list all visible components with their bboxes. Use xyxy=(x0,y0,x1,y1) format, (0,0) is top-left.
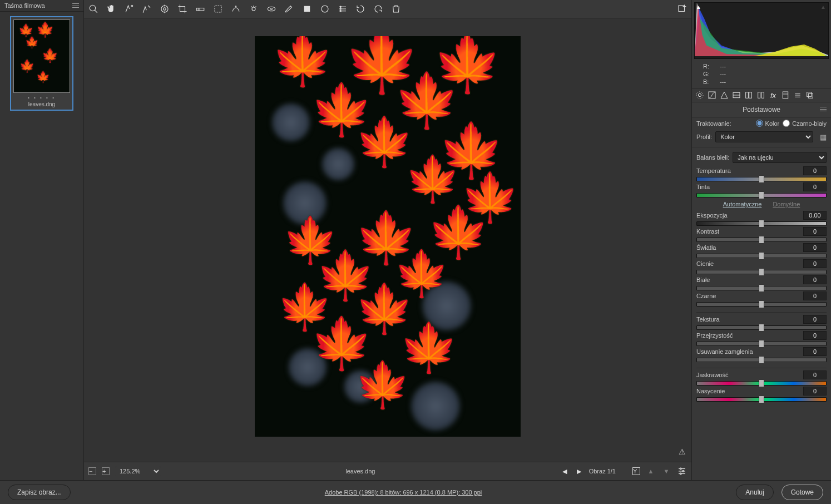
filmstrip-menu-icon[interactable] xyxy=(72,3,79,8)
kontrast-input[interactable] xyxy=(803,227,827,236)
open-preferences-icon[interactable] xyxy=(677,4,687,14)
rotate-cw-icon[interactable] xyxy=(373,4,383,14)
tab-presets-icon[interactable] xyxy=(793,91,802,100)
highlight-clip-icon[interactable]: ▲ xyxy=(820,4,827,11)
cancel-button[interactable]: Anuluj xyxy=(736,485,773,500)
cienie-input[interactable] xyxy=(803,259,827,268)
treatment-color-radio[interactable]: Kolor xyxy=(756,120,780,127)
image-metadata-link[interactable]: Adobe RGB (1998); 8 bitów; 696 x 1214 (0… xyxy=(325,489,482,496)
slider-nasycenie[interactable]: Nasycenie xyxy=(692,386,831,402)
save-image-button[interactable]: Zapisz obraz... xyxy=(8,485,71,500)
profile-label: Profil: xyxy=(696,134,712,140)
crop-tool-icon[interactable] xyxy=(177,4,187,14)
jaskrawosc-input[interactable] xyxy=(803,370,827,379)
svg-rect-48 xyxy=(808,93,813,98)
tab-detail-icon[interactable] xyxy=(720,91,729,100)
toolbar xyxy=(84,0,691,18)
redeye-tool-icon[interactable] xyxy=(249,4,259,14)
compare-toggle-icon[interactable]: Y xyxy=(632,467,640,475)
hand-tool-icon[interactable] xyxy=(106,4,116,14)
default-link[interactable]: Domyślne xyxy=(773,201,800,207)
svg-rect-39 xyxy=(749,92,752,98)
masking-tool-icon[interactable] xyxy=(266,4,276,14)
rate-down-icon[interactable]: ▼ xyxy=(661,466,671,476)
radial-gradient-tool-icon[interactable] xyxy=(320,4,330,14)
white-balance-tool-icon[interactable] xyxy=(124,4,134,14)
treatment-bw-radio[interactable]: Czarno-biały xyxy=(783,120,827,127)
svg-point-14 xyxy=(268,7,275,11)
slider-czarne[interactable]: Czarne xyxy=(692,290,831,307)
next-image-icon[interactable]: ▶ xyxy=(575,467,583,476)
profile-browser-icon[interactable]: ▦ xyxy=(817,132,827,142)
svg-rect-40 xyxy=(758,92,760,98)
zoom-select[interactable]: 125.2% xyxy=(115,466,161,476)
tinta-input[interactable] xyxy=(803,182,827,191)
przejrzystosc-input[interactable] xyxy=(803,331,827,340)
swiatla-input[interactable] xyxy=(803,243,827,252)
tab-basic-icon[interactable] xyxy=(695,91,704,100)
prev-image-icon[interactable]: ◀ xyxy=(560,467,569,476)
panel-menu-icon[interactable] xyxy=(820,107,827,111)
linear-gradient-tool-icon[interactable] xyxy=(302,4,312,14)
biale-input[interactable] xyxy=(803,275,827,284)
svg-point-15 xyxy=(271,8,273,10)
slider-swiatla[interactable]: Światła xyxy=(692,242,831,258)
slider-cienie[interactable]: Cienie xyxy=(692,258,831,274)
svg-rect-10 xyxy=(215,6,221,12)
czarne-input[interactable] xyxy=(803,291,827,300)
svg-point-4 xyxy=(161,6,168,12)
wb-select[interactable]: Jak na ujęciu xyxy=(733,152,827,163)
treatment-label: Traktowanie: xyxy=(696,120,731,127)
straighten-tool-icon[interactable] xyxy=(195,4,205,14)
done-button[interactable]: Gotowe xyxy=(781,485,823,500)
thumbnail-rating: • • • • • xyxy=(13,95,70,100)
svg-rect-47 xyxy=(807,92,812,97)
target-adjust-tool-icon[interactable] xyxy=(160,4,170,14)
bottom-bar: − + 125.2% leaves.dng ◀ ▶ Obraz 1/1 Y ▲ … xyxy=(84,462,691,480)
wb-label: Balans bieli: xyxy=(696,154,729,161)
dehaze-input[interactable] xyxy=(803,347,827,356)
slider-przejrzystosc[interactable]: Przejrzystość xyxy=(692,330,831,346)
svg-rect-41 xyxy=(761,92,764,98)
warning-icon[interactable]: ⚠ xyxy=(679,447,686,456)
slider-dehaze[interactable]: Usuwanie zamglenia xyxy=(692,346,831,362)
tab-snapshots-icon[interactable] xyxy=(805,91,814,100)
color-sampler-tool-icon[interactable] xyxy=(142,4,152,14)
tab-lens-icon[interactable] xyxy=(756,91,765,100)
tab-split-icon[interactable] xyxy=(744,91,753,100)
tab-curve-icon[interactable] xyxy=(708,91,716,100)
shadow-clip-icon[interactable]: ▲ xyxy=(696,4,703,11)
spot-removal-tool-icon[interactable] xyxy=(231,4,241,14)
slider-biale[interactable]: Białe xyxy=(692,274,831,290)
transform-tool-icon[interactable] xyxy=(213,4,223,14)
profile-select[interactable]: Kolor xyxy=(715,131,813,142)
slider-ekspozycja[interactable]: Ekspozycja xyxy=(692,210,831,226)
auto-link[interactable]: Automatyczne xyxy=(723,201,762,207)
slider-jaskrawosc[interactable]: Jaskrawość xyxy=(692,369,831,386)
zoom-tool-icon[interactable] xyxy=(88,4,98,14)
slider-kontrast[interactable]: Kontrast xyxy=(692,226,831,242)
grid-toggle-minus-icon[interactable]: − xyxy=(88,467,96,475)
brush-tool-icon[interactable] xyxy=(284,4,294,14)
slider-temperatura[interactable]: Temperatura xyxy=(692,165,831,181)
slider-tinta[interactable]: Tinta xyxy=(692,181,831,197)
svg-point-23 xyxy=(340,11,341,12)
tab-fx-icon[interactable]: fx xyxy=(769,91,778,100)
tekstura-input[interactable] xyxy=(803,315,827,324)
temperatura-input[interactable] xyxy=(803,166,827,175)
grid-toggle-plus-icon[interactable]: + xyxy=(102,467,110,475)
tab-mixer-icon[interactable] xyxy=(732,91,741,100)
filmstrip-thumbnail[interactable]: 🍁 🍁 🍁 🍁 🍁 🍁 • • • • • leaves.dng xyxy=(10,16,73,111)
rotate-ccw-icon[interactable] xyxy=(355,4,365,14)
canvas-area[interactable]: 🍁 🍁 🍁 🍁 🍁 🍁 🍁 🍁 🍁 🍁 🍁 🍁 🍁 🍁 🍁 🍁 xyxy=(84,18,691,462)
rate-up-icon[interactable]: ▲ xyxy=(646,466,656,476)
slider-tekstura[interactable]: Tekstura xyxy=(692,314,831,330)
tab-calibration-icon[interactable] xyxy=(781,91,790,100)
settings-sliders-icon[interactable] xyxy=(677,466,687,476)
trash-icon[interactable] xyxy=(391,4,401,14)
presets-tool-icon[interactable] xyxy=(338,4,348,14)
ekspozycja-input[interactable] xyxy=(803,211,827,220)
histogram[interactable]: ▲ ▲ xyxy=(694,2,829,59)
nasycenie-input[interactable] xyxy=(803,387,827,396)
svg-rect-16 xyxy=(304,6,310,12)
